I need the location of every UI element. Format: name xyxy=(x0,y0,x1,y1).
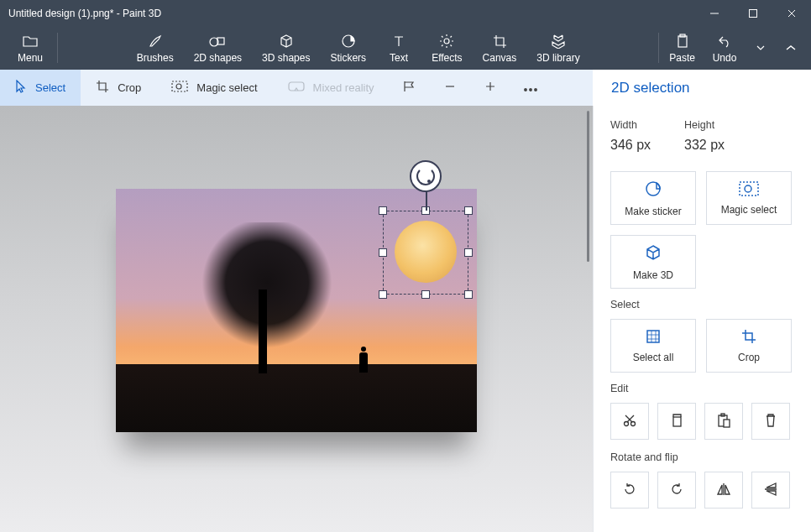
svg-point-12 xyxy=(534,89,536,91)
resize-handle-nw[interactable] xyxy=(379,206,387,215)
paste-button[interactable]: Paste xyxy=(661,32,704,64)
magic-select-button[interactable]: Magic select xyxy=(706,171,792,225)
resize-handle-se[interactable] xyxy=(464,290,473,299)
crop-label: Crop xyxy=(738,352,760,363)
height-label: Height xyxy=(684,119,725,131)
select-all-button[interactable]: Select all xyxy=(610,319,696,373)
3d-view-tool[interactable] xyxy=(390,70,430,106)
svg-rect-16 xyxy=(647,331,659,342)
magic-select-icon xyxy=(739,181,759,199)
2d-shapes-label: 2D shapes xyxy=(194,52,242,64)
separator xyxy=(57,33,58,63)
paste-button[interactable] xyxy=(704,403,743,440)
rotate-handle[interactable] xyxy=(410,160,442,192)
resize-handle-ne[interactable] xyxy=(464,206,473,215)
resize-handle-s[interactable] xyxy=(421,290,430,299)
flag-icon xyxy=(403,81,416,95)
rotate-cw-icon xyxy=(669,482,684,499)
magic-select-icon xyxy=(171,81,188,95)
sticker-icon xyxy=(341,32,356,50)
canvas-scrollbar[interactable] xyxy=(587,111,589,262)
brushes-tab[interactable]: Brushes xyxy=(128,32,182,64)
panel-header: 2D selection xyxy=(593,80,690,96)
3d-shapes-label: 3D shapes xyxy=(262,52,310,64)
window-minimize-button[interactable] xyxy=(695,0,734,26)
title-bar: Untitled design (1).png* - Paint 3D xyxy=(0,0,811,26)
brushes-label: Brushes xyxy=(137,52,174,64)
crop-tool[interactable]: Crop xyxy=(81,70,156,106)
selection-bounds[interactable] xyxy=(383,211,468,295)
make-3d-button[interactable]: Make 3D xyxy=(610,235,696,289)
sticker-icon xyxy=(644,180,662,201)
effects-tab[interactable]: Effects xyxy=(423,32,470,64)
width-label: Width xyxy=(610,119,651,131)
flip-v-icon xyxy=(764,482,777,499)
window-title: Untitled design (1).png* - Paint 3D xyxy=(8,8,161,19)
canvas-area[interactable] xyxy=(0,106,593,532)
collapse-ribbon-button[interactable] xyxy=(776,44,806,51)
more-button[interactable] xyxy=(510,70,551,106)
rotate-flip-section-label: Rotate and flip xyxy=(610,451,794,463)
undo-icon xyxy=(717,32,732,50)
svg-rect-0 xyxy=(750,9,757,17)
svg-point-11 xyxy=(529,89,531,91)
history-dropdown[interactable] xyxy=(746,45,776,50)
delete-button[interactable] xyxy=(751,403,790,440)
magic-select-label: Magic select xyxy=(196,81,257,94)
tree-silhouette xyxy=(259,289,267,373)
plus-icon xyxy=(484,81,496,95)
flip-vertical-button[interactable] xyxy=(751,472,790,509)
select-all-icon xyxy=(646,329,661,347)
undo-label: Undo xyxy=(713,52,737,64)
3d-library-tab[interactable]: 3D library xyxy=(528,32,588,64)
rotate-cw-button[interactable] xyxy=(657,472,696,509)
cube-icon xyxy=(644,243,662,264)
cut-button[interactable] xyxy=(610,403,649,440)
crop-icon xyxy=(96,80,109,96)
copy-button[interactable] xyxy=(657,403,696,440)
zoom-in-button[interactable] xyxy=(470,70,510,106)
flip-h-icon xyxy=(716,482,731,498)
svg-rect-19 xyxy=(673,417,681,426)
height-value[interactable]: 332 px xyxy=(684,138,725,153)
2d-shapes-tab[interactable]: 2D shapes xyxy=(186,32,250,64)
undo-button[interactable]: Undo xyxy=(704,32,746,64)
canvas-image[interactable] xyxy=(116,189,477,432)
width-value[interactable]: 346 px xyxy=(610,138,651,153)
folder-icon xyxy=(22,32,39,50)
window-close-button[interactable] xyxy=(772,0,811,26)
crop-button[interactable]: Crop xyxy=(706,319,792,373)
menu-label: Menu xyxy=(18,52,43,64)
svg-point-18 xyxy=(631,421,636,425)
rotate-ccw-button[interactable] xyxy=(610,472,649,509)
menu-button[interactable]: Menu xyxy=(5,26,55,70)
resize-handle-e[interactable] xyxy=(464,248,473,257)
zoom-out-button[interactable] xyxy=(430,70,470,106)
crop-label: Crop xyxy=(118,81,141,94)
magic-select-tool[interactable]: Magic select xyxy=(156,70,272,106)
3d-shapes-tab[interactable]: 3D shapes xyxy=(254,32,318,64)
svg-point-17 xyxy=(625,421,629,425)
text-tab[interactable]: Text xyxy=(378,32,420,64)
rotate-ccw-icon xyxy=(622,482,637,499)
text-label: Text xyxy=(390,52,408,64)
stickers-tab[interactable]: Stickers xyxy=(322,32,374,64)
resize-handle-w[interactable] xyxy=(379,248,387,257)
flip-horizontal-button[interactable] xyxy=(704,472,743,509)
window-maximize-button[interactable] xyxy=(734,0,772,26)
svg-point-10 xyxy=(524,89,526,91)
copy-icon xyxy=(670,413,683,430)
make-sticker-button[interactable]: Make sticker xyxy=(610,171,696,225)
effects-label: Effects xyxy=(432,52,462,64)
mixed-reality-tool: Mixed reality xyxy=(273,70,390,106)
svg-rect-5 xyxy=(678,36,687,47)
resize-handle-sw[interactable] xyxy=(379,290,387,299)
separator xyxy=(658,33,659,63)
svg-point-8 xyxy=(176,84,181,89)
text-icon xyxy=(392,32,406,50)
vr-icon xyxy=(288,81,305,94)
select-tool[interactable]: Select xyxy=(0,70,81,106)
crop-icon xyxy=(741,329,756,347)
svg-point-15 xyxy=(745,185,751,192)
canvas-tab[interactable]: Canvas xyxy=(474,32,526,64)
